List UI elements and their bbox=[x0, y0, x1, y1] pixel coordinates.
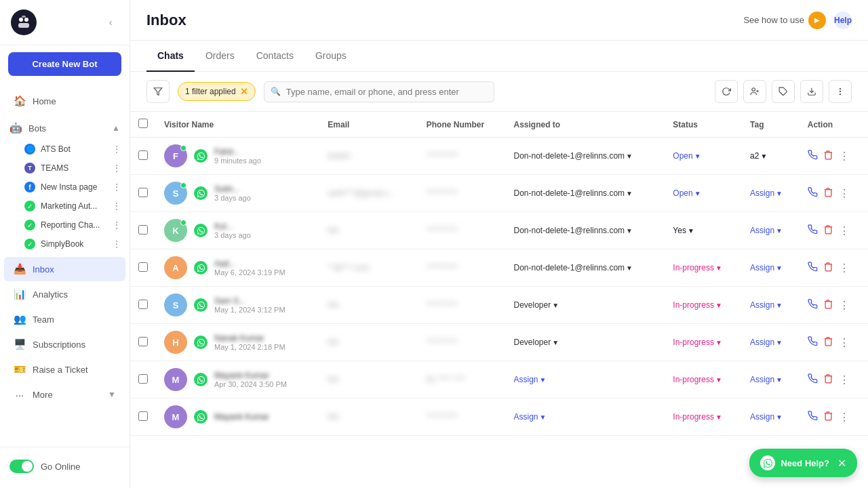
help-button[interactable]: Help bbox=[834, 12, 852, 29]
assigned-value[interactable]: Don-not-delete-1@relinns.com ▼ bbox=[513, 263, 656, 272]
status-dropdown[interactable]: Open ▼ bbox=[673, 151, 734, 161]
row-checkbox[interactable] bbox=[138, 411, 148, 421]
row-more-button[interactable]: ⋮ bbox=[839, 336, 850, 349]
sidebar-item-more[interactable]: ··· More ▼ bbox=[4, 382, 125, 407]
call-button[interactable] bbox=[808, 336, 818, 348]
row-checkbox[interactable] bbox=[138, 150, 148, 160]
assign-dropdown[interactable]: Assign ▼ bbox=[513, 412, 656, 422]
visitor-name: Kul... bbox=[214, 222, 251, 231]
visitor-name-section: Nanak Kumar May 1, 2024 2:18 PM bbox=[214, 333, 285, 351]
sidebar-item-bots[interactable]: 🤖 Bots ▲ bbox=[0, 117, 130, 140]
select-all-checkbox[interactable] bbox=[138, 119, 148, 128]
sidebar-collapse-button[interactable]: ‹ bbox=[102, 14, 119, 30]
tag-assign-button[interactable]: Assign ▼ bbox=[750, 300, 791, 310]
status-dropdown[interactable]: Yes ▼ bbox=[673, 226, 734, 235]
row-checkbox[interactable] bbox=[138, 188, 148, 197]
sidebar-bot-ats[interactable]: 🌐 ATS Bot ⋮ bbox=[0, 140, 130, 159]
tag-assign-button[interactable]: Assign ▼ bbox=[750, 188, 791, 198]
row-checkbox[interactable] bbox=[138, 300, 148, 309]
row-checkbox[interactable] bbox=[138, 262, 148, 272]
row-more-button[interactable]: ⋮ bbox=[839, 262, 850, 274]
tag-assign-button[interactable]: Assign ▼ bbox=[750, 338, 791, 347]
assigned-value[interactable]: Developer ▼ bbox=[513, 338, 656, 347]
status-dropdown[interactable]: In-progress ▼ bbox=[673, 338, 734, 347]
sidebar-bot-reporting[interactable]: ✓ Reporting Cha... ⋮ bbox=[0, 216, 130, 235]
add-user-button[interactable] bbox=[743, 80, 766, 103]
status-dropdown[interactable]: Open ▼ bbox=[673, 188, 734, 198]
assigned-value[interactable]: Don-not-delete-1@relinns.com ▼ bbox=[513, 226, 656, 235]
sidebar-item-inbox[interactable]: 📥 Inbox bbox=[4, 257, 125, 281]
tag-assign-button[interactable]: Assign ▼ bbox=[750, 375, 791, 384]
tag-assign-button[interactable]: Assign ▼ bbox=[750, 226, 791, 235]
go-online-toggle[interactable] bbox=[9, 460, 34, 473]
reporting-more-icon[interactable]: ⋮ bbox=[112, 220, 121, 230]
call-button[interactable] bbox=[808, 262, 818, 274]
row-more-button[interactable]: ⋮ bbox=[839, 224, 850, 237]
row-checkbox[interactable] bbox=[138, 337, 148, 346]
delete-button[interactable] bbox=[823, 150, 833, 162]
search-input[interactable] bbox=[264, 81, 494, 102]
assigned-value[interactable]: Developer ▼ bbox=[513, 300, 656, 310]
sidebar-bot-simplybook[interactable]: ✓ SimplyBook ⋮ bbox=[0, 235, 130, 253]
delete-button[interactable] bbox=[823, 262, 833, 274]
insta-more-icon[interactable]: ⋮ bbox=[112, 182, 121, 192]
row-more-button[interactable]: ⋮ bbox=[839, 299, 850, 312]
sidebar-item-subscriptions[interactable]: 🖥️ Subscriptions bbox=[4, 332, 125, 357]
status-dropdown[interactable]: In-progress ▼ bbox=[673, 300, 734, 310]
create-new-bot-button[interactable]: Create New Bot bbox=[8, 52, 121, 76]
tag-assign-button[interactable]: Assign ▼ bbox=[750, 263, 791, 272]
play-button[interactable]: ▶ bbox=[808, 12, 826, 29]
row-checkbox[interactable] bbox=[138, 225, 148, 235]
delete-button[interactable] bbox=[823, 224, 833, 237]
tag-assign-button[interactable]: Assign ▼ bbox=[750, 412, 791, 422]
call-button[interactable] bbox=[808, 373, 818, 386]
teams-more-icon[interactable]: ⋮ bbox=[112, 163, 121, 174]
assigned-value[interactable]: Don-not-delete-1@relinns.com ▼ bbox=[513, 151, 656, 161]
tab-orders[interactable]: Orders bbox=[195, 41, 245, 72]
sidebar-item-raise-ticket[interactable]: 🎫 Raise a Ticket bbox=[4, 357, 125, 382]
sidebar-bot-marketing[interactable]: ✓ Marketing Aut... ⋮ bbox=[0, 197, 130, 216]
online-indicator bbox=[180, 182, 186, 188]
assign-dropdown[interactable]: Assign ▼ bbox=[513, 375, 656, 384]
filter-button[interactable] bbox=[146, 80, 170, 103]
tab-chats[interactable]: Chats bbox=[146, 41, 195, 72]
tab-contacts[interactable]: Contacts bbox=[245, 41, 304, 72]
delete-button[interactable] bbox=[823, 373, 833, 386]
status-dropdown[interactable]: In-progress ▼ bbox=[673, 375, 734, 384]
delete-button[interactable] bbox=[823, 187, 833, 199]
download-button[interactable] bbox=[800, 80, 823, 103]
row-checkbox[interactable] bbox=[138, 374, 148, 384]
delete-button[interactable] bbox=[823, 336, 833, 348]
need-help-close-button[interactable]: ✕ bbox=[837, 457, 846, 470]
more-actions-button[interactable] bbox=[829, 80, 852, 103]
filter-clear-button[interactable]: ✕ bbox=[240, 86, 248, 97]
row-more-button[interactable]: ⋮ bbox=[839, 411, 850, 424]
sidebar-item-team[interactable]: 👥 Team bbox=[4, 307, 125, 331]
sidebar-item-analytics[interactable]: 📊 Analytics bbox=[4, 282, 125, 306]
tag-value[interactable]: a2 ▼ bbox=[750, 151, 791, 161]
delete-button[interactable] bbox=[823, 411, 833, 423]
call-button[interactable] bbox=[808, 224, 818, 237]
ats-bot-more-icon[interactable]: ⋮ bbox=[112, 144, 121, 155]
marketing-more-icon[interactable]: ⋮ bbox=[112, 201, 121, 211]
call-button[interactable] bbox=[808, 150, 818, 162]
status-dropdown[interactable]: In-progress ▼ bbox=[673, 263, 734, 272]
status-dropdown[interactable]: In-progress ▼ bbox=[673, 412, 734, 422]
row-more-button[interactable]: ⋮ bbox=[839, 373, 850, 386]
row-more-button[interactable]: ⋮ bbox=[839, 150, 850, 163]
phone-cell: ********** bbox=[418, 249, 506, 287]
refresh-button[interactable] bbox=[715, 80, 738, 103]
sidebar-bot-new-insta[interactable]: f New Insta page ⋮ bbox=[0, 178, 130, 197]
sidebar-item-home[interactable]: 🏠 Home bbox=[4, 89, 125, 113]
call-button[interactable] bbox=[808, 299, 818, 311]
row-more-button[interactable]: ⋮ bbox=[839, 187, 850, 200]
sidebar-bot-teams[interactable]: T TEAMS ⋮ bbox=[0, 159, 130, 178]
assigned-value[interactable]: Don-not-delete-1@relinns.com ▼ bbox=[513, 188, 656, 198]
tag-button[interactable] bbox=[772, 80, 795, 103]
call-button[interactable] bbox=[808, 411, 818, 423]
delete-button[interactable] bbox=[823, 299, 833, 311]
call-button[interactable] bbox=[808, 187, 818, 199]
need-help-widget[interactable]: Need Help? ✕ bbox=[749, 449, 857, 477]
tab-groups[interactable]: Groups bbox=[304, 41, 357, 72]
simplybook-more-icon[interactable]: ⋮ bbox=[112, 239, 121, 249]
